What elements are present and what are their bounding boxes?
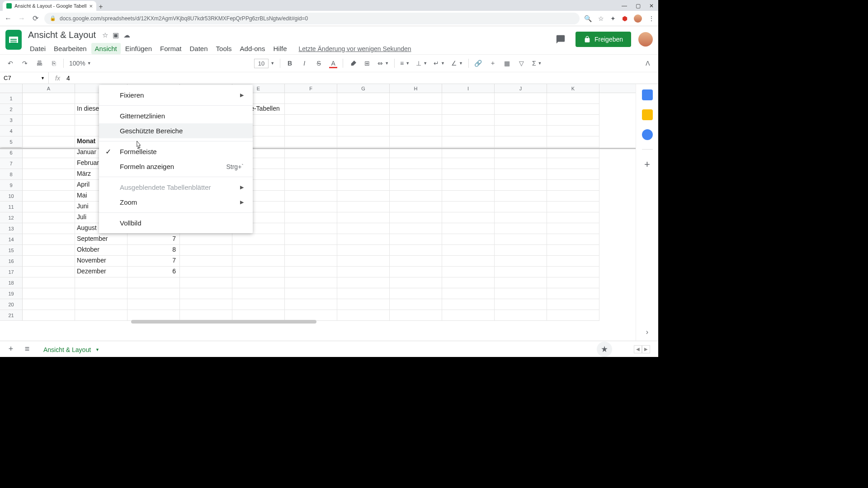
scrollbar-thumb[interactable] [131, 320, 316, 324]
add-sheet-button[interactable]: + [5, 343, 17, 356]
halign-button[interactable]: ≡▼ [398, 60, 411, 67]
browser-avatar[interactable] [634, 14, 642, 23]
cell[interactable] [285, 234, 337, 245]
cell[interactable] [232, 267, 285, 277]
cell[interactable] [23, 136, 75, 147]
row-header[interactable]: 8 [0, 169, 23, 180]
cell[interactable] [442, 169, 495, 180]
menu-insert[interactable]: Einfügen [122, 43, 156, 54]
cell[interactable]: 7 [127, 234, 180, 245]
cell[interactable] [337, 245, 390, 256]
cell[interactable] [442, 256, 495, 267]
cell[interactable] [232, 234, 285, 245]
cell[interactable] [285, 299, 337, 310]
cell[interactable] [390, 223, 442, 234]
cell[interactable]: November [75, 256, 127, 267]
cell[interactable] [442, 93, 495, 104]
cell[interactable] [390, 245, 442, 256]
cell[interactable] [337, 277, 390, 288]
cell[interactable] [337, 93, 390, 104]
print-button[interactable]: 🖶 [33, 57, 45, 69]
cell[interactable] [547, 104, 599, 115]
cell[interactable] [442, 212, 495, 223]
cell[interactable] [337, 288, 390, 299]
col-header[interactable]: H [390, 84, 442, 93]
cell[interactable] [547, 245, 599, 256]
cell[interactable] [75, 288, 127, 299]
cell[interactable] [390, 115, 442, 126]
cell[interactable] [285, 180, 337, 191]
cell[interactable] [180, 267, 232, 277]
cell[interactable] [442, 202, 495, 212]
menu-file[interactable]: Datei [26, 43, 49, 54]
cell[interactable] [127, 288, 180, 299]
calendar-icon[interactable] [642, 89, 653, 100]
scroll-right-icon[interactable]: ▶ [642, 345, 650, 353]
cell[interactable] [442, 104, 495, 115]
row-header[interactable]: 20 [0, 299, 23, 310]
cell[interactable]: September [75, 234, 127, 245]
cell[interactable] [23, 267, 75, 277]
comments-button[interactable] [553, 32, 568, 47]
cell[interactable] [495, 191, 547, 202]
cell[interactable] [390, 212, 442, 223]
cell[interactable] [442, 299, 495, 310]
row-header[interactable]: 10 [0, 191, 23, 202]
row-header[interactable]: 16 [0, 256, 23, 267]
reload-button[interactable]: ⟳ [31, 14, 40, 23]
cell[interactable] [337, 126, 390, 136]
cell[interactable] [337, 234, 390, 245]
rotate-button[interactable]: ∠▼ [449, 60, 465, 67]
cell[interactable] [547, 180, 599, 191]
row-header[interactable]: 21 [0, 310, 23, 321]
cell[interactable] [547, 288, 599, 299]
cell[interactable] [547, 169, 599, 180]
cell[interactable] [495, 234, 547, 245]
close-window-button[interactable]: ✕ [645, 1, 658, 11]
cell[interactable] [390, 299, 442, 310]
cell[interactable] [547, 93, 599, 104]
cell[interactable] [390, 158, 442, 169]
col-header[interactable]: G [337, 84, 390, 93]
row-header[interactable]: 9 [0, 180, 23, 191]
cell[interactable] [285, 191, 337, 202]
cell[interactable] [495, 267, 547, 277]
cell[interactable] [23, 256, 75, 267]
row-header[interactable]: 5 [0, 136, 23, 147]
cell[interactable] [232, 277, 285, 288]
cell[interactable]: 6 [127, 267, 180, 277]
cell[interactable] [232, 288, 285, 299]
all-sheets-button[interactable]: ≡ [21, 343, 33, 356]
text-color-button[interactable]: A [327, 57, 339, 69]
menu-format[interactable]: Format [156, 43, 185, 54]
italic-button[interactable]: I [298, 57, 310, 69]
url-bar[interactable]: 🔒 docs.google.com/spreadsheets/d/12KXm2A… [44, 13, 580, 24]
row-header[interactable]: 14 [0, 234, 23, 245]
cell[interactable] [285, 104, 337, 115]
cell[interactable] [442, 126, 495, 136]
scroll-left-icon[interactable]: ◀ [634, 345, 642, 353]
row-header[interactable]: 3 [0, 115, 23, 126]
menu-help[interactable]: Hilfe [269, 43, 290, 54]
row-header[interactable]: 19 [0, 288, 23, 299]
zoom-dropdown[interactable]: 100% ▼ [67, 60, 93, 67]
strikethrough-button[interactable]: S [313, 57, 325, 69]
col-header[interactable]: I [442, 84, 495, 93]
cell[interactable] [127, 299, 180, 310]
maximize-button[interactable]: ▢ [631, 1, 645, 11]
move-icon[interactable]: ▣ [113, 31, 119, 39]
borders-button[interactable]: ⊞ [361, 57, 373, 69]
cell[interactable] [442, 277, 495, 288]
cell[interactable] [285, 136, 337, 147]
cell[interactable] [127, 277, 180, 288]
cell[interactable] [180, 234, 232, 245]
cell[interactable] [495, 288, 547, 299]
cell[interactable] [547, 267, 599, 277]
select-all-corner[interactable] [0, 84, 23, 93]
cell[interactable] [442, 223, 495, 234]
zoom-indicator-icon[interactable]: 🔍 [584, 15, 592, 22]
menu-edit[interactable]: Bearbeiten [50, 43, 90, 54]
valign-button[interactable]: ⊥▼ [414, 60, 429, 67]
keep-icon[interactable] [642, 109, 653, 120]
cell[interactable] [232, 245, 285, 256]
